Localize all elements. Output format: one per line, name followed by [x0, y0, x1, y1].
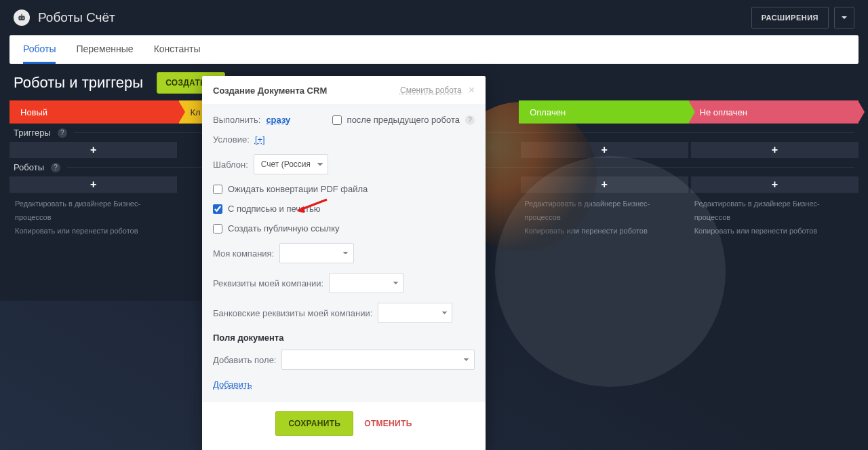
copy-move-robots-link[interactable]: Копировать или перенести роботов — [524, 224, 683, 238]
execute-label: Выполнить: — [213, 115, 260, 125]
help-icon[interactable]: ? — [465, 115, 475, 125]
svg-rect-0 — [18, 16, 24, 20]
help-icon[interactable]: ? — [51, 163, 60, 172]
svg-point-2 — [22, 18, 24, 19]
tabs-bar: Роботы Переменные Константы — [9, 35, 859, 64]
execute-value-link[interactable]: сразу — [266, 115, 290, 125]
section-robots-label: Роботы — [14, 162, 44, 172]
create-button-label: СОЗДАТЬ — [165, 78, 206, 88]
add-field-label: Добавить поле: — [213, 355, 276, 365]
template-select[interactable]: Счет (Россия) — [254, 154, 328, 174]
page-title: Роботы Счёт — [38, 10, 115, 25]
app-icon — [14, 10, 30, 26]
add-trigger-button[interactable]: + — [691, 142, 859, 158]
add-field-select[interactable] — [281, 350, 475, 370]
stage-unpaid[interactable]: Не оплачен — [689, 100, 859, 124]
copy-move-robots-link[interactable]: Копировать или перенести роботов — [694, 224, 853, 238]
add-trigger-button[interactable]: + — [9, 142, 177, 158]
my-company-requisites-label: Реквизиты моей компании: — [213, 278, 323, 288]
my-company-select[interactable] — [279, 243, 354, 263]
top-bar: Роботы Счёт РАСШИРЕНИЯ — [0, 0, 868, 35]
after-previous-label: после предыдущего робота — [347, 115, 460, 125]
extensions-button[interactable]: РАСШИРЕНИЯ — [751, 7, 829, 29]
page-heading: Роботы и триггеры — [14, 74, 143, 92]
svg-point-1 — [20, 18, 21, 19]
add-robot-button[interactable]: + — [9, 176, 177, 193]
stage-new[interactable]: Новый — [9, 100, 179, 124]
document-fields-title: Поля документа — [213, 333, 475, 343]
my-company-label: Моя компания: — [213, 248, 274, 259]
create-crm-document-modal: Создание Документа CRM Сменить робота × … — [202, 76, 486, 450]
tab-constants[interactable]: Константы — [154, 35, 201, 64]
edit-in-designer-link[interactable]: Редактировать в дизайнере Бизнес-процесс… — [15, 197, 174, 224]
wait-pdf-checkbox[interactable] — [213, 185, 222, 194]
add-robot-button[interactable]: + — [521, 176, 688, 193]
create-public-link-label: Создать публичную ссылку — [228, 223, 340, 233]
with-signature-checkbox[interactable] — [213, 204, 222, 214]
with-signature-label: С подписью и печатью — [228, 204, 320, 214]
add-robot-button[interactable]: + — [691, 176, 859, 193]
add-link[interactable]: Добавить — [213, 379, 252, 390]
condition-label: Условие: — [213, 134, 250, 145]
modal-title: Создание Документа CRM — [213, 86, 327, 96]
change-robot-link[interactable]: Сменить робота — [400, 86, 462, 95]
add-trigger-button[interactable]: + — [521, 142, 688, 158]
edit-in-designer-link[interactable]: Редактировать в дизайнере Бизнес-процесс… — [524, 197, 683, 224]
copy-move-robots-link[interactable]: Копировать или перенести роботов — [15, 224, 174, 238]
template-label: Шаблон: — [213, 160, 248, 170]
after-previous-checkbox[interactable] — [332, 115, 342, 125]
help-icon[interactable]: ? — [58, 128, 67, 138]
my-company-bank-select[interactable] — [378, 303, 452, 323]
extensions-dropdown[interactable] — [834, 7, 854, 29]
my-company-bank-label: Банковские реквизиты моей компании: — [213, 308, 372, 318]
wait-pdf-label: Ожидать конвертации PDF файла — [228, 184, 368, 194]
edit-in-designer-link[interactable]: Редактировать в дизайнере Бизнес-процесс… — [694, 197, 853, 224]
section-triggers-label: Триггеры — [14, 128, 51, 138]
tab-robots[interactable]: Роботы — [23, 35, 56, 64]
stage-paid[interactable]: Оплачен — [519, 100, 688, 124]
tab-variables[interactable]: Переменные — [76, 35, 133, 64]
save-button[interactable]: СОХРАНИТЬ — [275, 411, 353, 436]
close-icon[interactable]: × — [469, 84, 475, 96]
condition-add-link[interactable]: [+] — [255, 134, 265, 145]
my-company-requisites-select[interactable] — [329, 273, 403, 293]
svg-rect-3 — [21, 14, 22, 16]
cancel-button[interactable]: ОТМЕНИТЬ — [364, 419, 412, 428]
chevron-down-icon — [841, 14, 848, 21]
create-public-link-checkbox[interactable] — [213, 224, 222, 233]
